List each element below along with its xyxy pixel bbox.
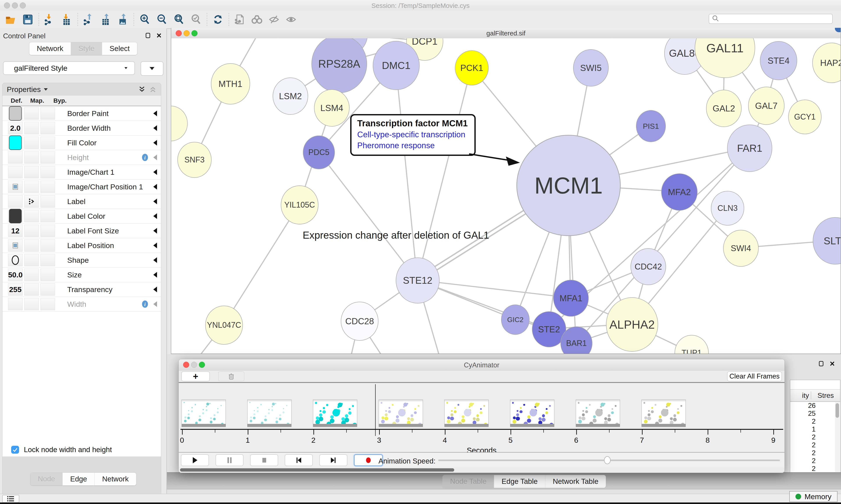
mapping-cell[interactable] (24, 181, 39, 193)
collapse-row-icon[interactable] (153, 213, 157, 219)
mapping-cell[interactable] (24, 137, 39, 149)
search-box[interactable] (709, 14, 833, 24)
frame-thumbnail-0[interactable] (182, 399, 226, 427)
save-session-button[interactable] (19, 12, 36, 27)
tab-select[interactable]: Select (102, 42, 137, 55)
node-yil105c[interactable]: YIL105C (281, 185, 319, 224)
node-cln3[interactable]: CLN3 (711, 191, 744, 226)
bypass-cell[interactable] (40, 137, 55, 149)
play-button[interactable] (181, 454, 209, 466)
node-gcy1[interactable]: GCY1 (788, 100, 822, 134)
bypass-cell[interactable] (40, 210, 55, 222)
table-row[interactable]: 2 (790, 465, 840, 473)
node-pck1[interactable]: PCK1 (455, 50, 489, 85)
frame-thumbnail-4[interactable] (444, 399, 489, 427)
annotation-link[interactable]: Cell-type-specific transcription (357, 130, 469, 139)
node-mfa2[interactable]: MFA2 (661, 174, 698, 211)
mcm1-annotation-box[interactable]: Transcription factor MCM1 Cell-type-spec… (350, 114, 476, 156)
property-row-transparency[interactable]: 255Transparency (2, 282, 161, 297)
table-scrollbar[interactable] (835, 402, 839, 472)
bypass-cell[interactable] (40, 195, 55, 208)
clear-all-frames-button[interactable]: Clear All Frames (727, 371, 782, 381)
node-snf3[interactable]: SNF3 (177, 142, 212, 178)
tab-edge[interactable]: Edge (62, 473, 95, 485)
node-alpha2[interactable]: ALPHA2 (606, 297, 658, 352)
table-row[interactable]: 2 (790, 457, 840, 465)
default-value-cell[interactable]: 255 (8, 283, 22, 295)
network-canvas[interactable]: RPS28BDCP1RPS28ADMC1PCK1MTH1LSM2LSM4SNF3… (171, 38, 841, 354)
frame-thumbnail-2[interactable] (313, 399, 357, 427)
collapse-row-icon[interactable] (153, 301, 157, 307)
cyanimator-scrollbar-thumb[interactable] (180, 468, 454, 472)
slider-thumb[interactable] (604, 456, 611, 464)
bypass-cell[interactable] (40, 269, 55, 281)
bypass-cell[interactable] (40, 166, 55, 178)
close-panel-icon[interactable] (156, 32, 162, 38)
node-pdc5[interactable]: PDC5 (303, 136, 335, 169)
go-to-start-button[interactable] (285, 454, 313, 466)
collapse-row-icon[interactable] (153, 111, 157, 116)
default-value-cell[interactable] (8, 151, 22, 164)
frame-thumbnail-3[interactable] (379, 399, 423, 427)
float-panel-icon[interactable] (145, 32, 151, 38)
bypass-cell[interactable] (40, 122, 55, 134)
bypass-cell[interactable] (40, 283, 55, 295)
node-cdc42[interactable]: CDC42 (630, 248, 666, 285)
table-row[interactable]: 2 (790, 441, 840, 449)
annotation-link[interactable]: Pheromone response (357, 141, 469, 150)
table-row[interactable]: 1 (790, 426, 840, 433)
info-icon[interactable]: i (141, 300, 149, 308)
property-row-border-paint[interactable]: Border Paint (2, 106, 161, 121)
default-value-cell[interactable] (8, 195, 22, 208)
tab-network-table[interactable]: Network Table (545, 475, 606, 488)
bypass-cell[interactable] (40, 107, 55, 120)
node-pis1[interactable]: PIS1 (636, 110, 666, 142)
table-row[interactable]: 2 (790, 417, 840, 426)
mapping-cell[interactable] (24, 195, 39, 208)
bypass-cell[interactable] (40, 151, 55, 164)
mapping-cell[interactable] (24, 239, 39, 252)
hide-selected-button[interactable] (265, 12, 283, 27)
default-value-cell[interactable]: 50.0 (8, 269, 22, 281)
node-lsm2[interactable]: LSM2 (273, 77, 308, 115)
node-gal7[interactable]: GAL7 (748, 87, 785, 125)
import-network-button[interactable] (41, 12, 58, 27)
search-input[interactable] (719, 15, 832, 22)
property-row-image-chart-1[interactable]: Image/Chart 1 (2, 165, 161, 180)
collapse-row-icon[interactable] (153, 272, 157, 277)
collapse-row-icon[interactable] (153, 140, 157, 146)
node-mth1[interactable]: MTH1 (211, 63, 250, 105)
default-value-cell[interactable] (8, 239, 22, 252)
tab-style[interactable]: Style (71, 42, 102, 55)
memory-button[interactable]: Memory (789, 491, 838, 502)
table-row[interactable]: 26 (790, 402, 840, 410)
style-dropdown[interactable]: galFiltered Style (3, 61, 135, 75)
node-lsm4[interactable]: LSM4 (314, 89, 350, 127)
property-row-label[interactable]: Label (2, 194, 161, 209)
import-table-button[interactable] (58, 12, 75, 27)
close-panel-icon[interactable] (829, 361, 835, 367)
refresh-button[interactable] (209, 12, 227, 27)
collapse-row-icon[interactable] (153, 287, 157, 292)
default-value-cell[interactable] (8, 181, 22, 193)
column-header-stress[interactable]: Stres (811, 392, 840, 399)
default-value-cell[interactable] (8, 210, 22, 222)
collapse-row-icon[interactable] (153, 169, 157, 175)
canvas-text-annotation[interactable]: Expression change after deletion of GAL1 (303, 229, 489, 241)
property-row-size[interactable]: 50.0Size (2, 268, 161, 282)
bypass-cell[interactable] (40, 239, 55, 252)
mapping-cell[interactable] (24, 224, 39, 237)
lock-size-checkbox[interactable] (11, 446, 19, 454)
node-dmc1[interactable]: DMC1 (373, 41, 419, 90)
node-cdc28[interactable]: CDC28 (341, 302, 378, 341)
collapse-row-icon[interactable] (153, 184, 157, 190)
node-mcm1[interactable]: MCM1 (516, 135, 621, 236)
export-table-button[interactable] (97, 12, 114, 27)
property-row-border-width[interactable]: 2.0Border Width (2, 121, 161, 136)
animation-speed-slider[interactable] (438, 460, 780, 461)
tab-edge-table[interactable]: Edge Table (494, 475, 545, 488)
copy-view-button[interactable] (231, 12, 248, 27)
frame-thumbnail-5[interactable] (510, 399, 554, 427)
zoom-selected-button[interactable] (187, 12, 204, 27)
bypass-cell[interactable] (40, 224, 55, 237)
